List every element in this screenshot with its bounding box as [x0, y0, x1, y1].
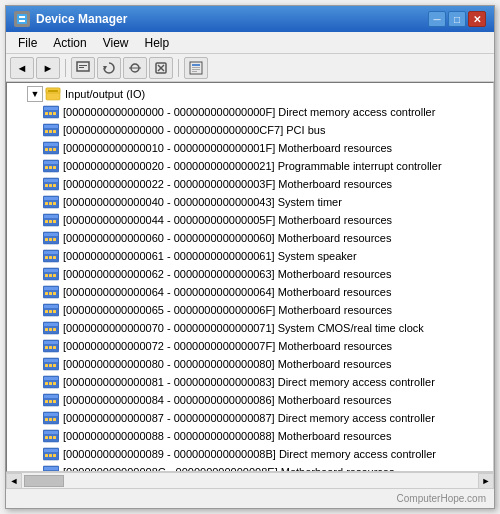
svg-rect-1	[19, 16, 25, 18]
svg-rect-117	[45, 454, 48, 457]
svg-rect-51	[44, 215, 58, 218]
tree-row[interactable]: [0000000000000087 - 0000000000000087] Di…	[7, 409, 493, 427]
svg-rect-66	[44, 269, 58, 272]
tree-row[interactable]: [0000000000000020 - 0000000000000021] Pr…	[7, 157, 493, 175]
svg-rect-94	[53, 364, 56, 367]
tree-item-label-12: [0000000000000070 - 0000000000000071] Sy…	[63, 322, 424, 334]
tree-row[interactable]: [0000000000000070 - 0000000000000071] Sy…	[7, 319, 493, 337]
svg-rect-88	[49, 346, 52, 349]
svg-rect-27	[45, 130, 48, 133]
svg-rect-52	[45, 220, 48, 223]
svg-rect-59	[53, 238, 56, 241]
properties-button[interactable]	[71, 57, 95, 79]
svg-rect-21	[44, 107, 58, 110]
svg-rect-83	[49, 328, 52, 331]
close-button[interactable]: ✕	[468, 11, 486, 27]
device-icon-7	[43, 230, 59, 246]
io-group-node[interactable]: ▼ Input/output (IO)	[7, 85, 493, 103]
svg-rect-68	[49, 274, 52, 277]
svg-rect-79	[53, 310, 56, 313]
svg-rect-77	[45, 310, 48, 313]
svg-rect-108	[49, 418, 52, 421]
svg-rect-53	[49, 220, 52, 223]
device-icon-2	[43, 140, 59, 156]
back-button[interactable]: ◄	[10, 57, 34, 79]
menu-file[interactable]: File	[10, 34, 45, 52]
horizontal-scrollbar-track[interactable]	[24, 475, 476, 487]
minimize-button[interactable]: ─	[428, 11, 446, 27]
tree-item-label-15: [0000000000000081 - 0000000000000083] Di…	[63, 376, 435, 388]
uninstall-button[interactable]	[149, 57, 173, 79]
scroll-left-button[interactable]: ◄	[6, 473, 22, 489]
tree-row[interactable]: [0000000000000088 - 0000000000000088] Mo…	[7, 427, 493, 445]
svg-rect-37	[45, 166, 48, 169]
svg-rect-33	[49, 148, 52, 151]
svg-rect-73	[49, 292, 52, 295]
svg-rect-22	[45, 112, 48, 115]
tree-item-label-3: [0000000000000020 - 0000000000000021] Pr…	[63, 160, 442, 172]
svg-rect-2	[19, 20, 25, 22]
svg-rect-98	[49, 382, 52, 385]
tree-row[interactable]: [0000000000000044 - 000000000000005F] Mo…	[7, 211, 493, 229]
menu-action[interactable]: Action	[45, 34, 94, 52]
tree-row[interactable]: [0000000000000089 - 000000000000008B] Di…	[7, 445, 493, 463]
tree-row[interactable]: [0000000000000000 - 00000000000000CF7] P…	[7, 121, 493, 139]
device-icon-17	[43, 410, 59, 426]
update-button[interactable]	[97, 57, 121, 79]
svg-rect-111	[44, 431, 58, 434]
svg-rect-118	[49, 454, 52, 457]
tree-item-label-5: [0000000000000040 - 0000000000000043] Sy…	[63, 196, 342, 208]
tree-row[interactable]: [0000000000000062 - 0000000000000063] Mo…	[7, 265, 493, 283]
device-icon-20	[43, 464, 59, 472]
title-controls: ─ □ ✕	[428, 11, 486, 27]
svg-rect-72	[45, 292, 48, 295]
tree-item-label-18: [0000000000000088 - 0000000000000088] Mo…	[63, 430, 391, 442]
maximize-button[interactable]: □	[448, 11, 466, 27]
tree-row[interactable]: [0000000000000080 - 0000000000000080] Mo…	[7, 355, 493, 373]
help-button[interactable]	[184, 57, 208, 79]
svg-rect-28	[49, 130, 52, 133]
device-icon-14	[43, 356, 59, 372]
svg-rect-78	[49, 310, 52, 313]
tree-row[interactable]: [0000000000000084 - 0000000000000086] Mo…	[7, 391, 493, 409]
tree-item-label-7: [0000000000000060 - 0000000000000060] Mo…	[63, 232, 391, 244]
svg-rect-43	[49, 184, 52, 187]
tree-row[interactable]: [0000000000000060 - 0000000000000060] Mo…	[7, 229, 493, 247]
tree-row[interactable]: [0000000000000072 - 000000000000007F] Mo…	[7, 337, 493, 355]
tree-row[interactable]: [0000000000000061 - 0000000000000061] Sy…	[7, 247, 493, 265]
scroll-right-button[interactable]: ►	[478, 473, 494, 489]
tree-row[interactable]: [000000000000008C - 000000000000008E] Mo…	[7, 463, 493, 472]
device-icon-4	[43, 176, 59, 192]
svg-rect-84	[53, 328, 56, 331]
scan-button[interactable]	[123, 57, 147, 79]
device-icon-19	[43, 446, 59, 462]
svg-rect-64	[53, 256, 56, 259]
forward-button[interactable]: ►	[36, 57, 60, 79]
content-area: ▼ Input/output (IO)	[6, 82, 494, 472]
device-tree[interactable]: ▼ Input/output (IO)	[6, 82, 494, 472]
tree-row[interactable]: [0000000000000081 - 0000000000000083] Di…	[7, 373, 493, 391]
svg-rect-76	[44, 305, 58, 308]
svg-rect-49	[53, 202, 56, 205]
svg-rect-14	[192, 67, 200, 68]
title-bar: Device Manager ─ □ ✕	[6, 6, 494, 32]
menu-view[interactable]: View	[95, 34, 137, 52]
svg-rect-96	[44, 377, 58, 380]
svg-rect-39	[53, 166, 56, 169]
horizontal-scrollbar-thumb[interactable]	[24, 475, 64, 487]
svg-rect-5	[79, 67, 84, 68]
tree-row[interactable]: [0000000000000010 - 000000000000001F] Mo…	[7, 139, 493, 157]
expander-io[interactable]: ▼	[27, 86, 43, 102]
tree-row[interactable]: [0000000000000065 - 000000000000006F] Mo…	[7, 301, 493, 319]
svg-rect-103	[49, 400, 52, 403]
device-icon-6	[43, 212, 59, 228]
svg-rect-116	[44, 449, 58, 452]
tree-row[interactable]: [0000000000000064 - 0000000000000064] Mo…	[7, 283, 493, 301]
tree-row[interactable]: [0000000000000040 - 0000000000000043] Sy…	[7, 193, 493, 211]
svg-rect-48	[49, 202, 52, 205]
menu-help[interactable]: Help	[137, 34, 178, 52]
svg-rect-63	[49, 256, 52, 259]
svg-rect-82	[45, 328, 48, 331]
tree-row[interactable]: [0000000000000000 - 000000000000000F] Di…	[7, 103, 493, 121]
tree-row[interactable]: [0000000000000022 - 000000000000003F] Mo…	[7, 175, 493, 193]
